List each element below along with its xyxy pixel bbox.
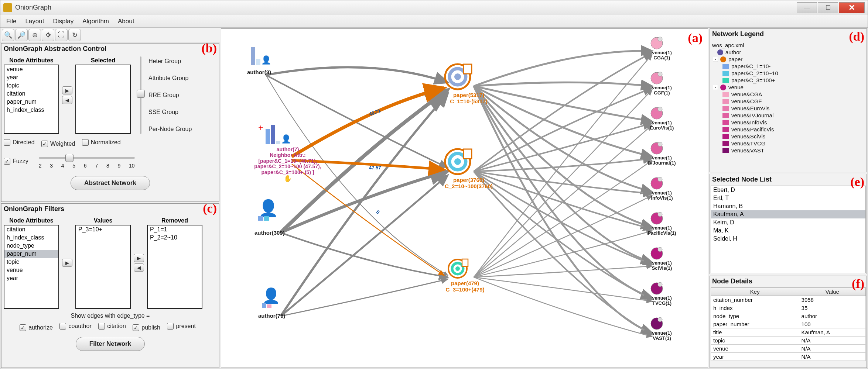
abstraction-selected-list[interactable] — [75, 65, 131, 134]
zoom-fit-icon[interactable]: ⊕ — [28, 29, 41, 41]
filter-attrs-list[interactable]: citationh_index_classnode_typepaper_numt… — [4, 225, 59, 309]
paper-node[interactable] — [447, 258, 469, 281]
paper-node[interactable] — [443, 147, 472, 178]
author-node-selected[interactable]: + 👤 — [266, 125, 291, 144]
venue-node[interactable] — [650, 106, 664, 122]
citation-checkbox[interactable]: citation — [98, 323, 126, 330]
venue-label: venue(1)IVJournal(1) — [645, 155, 679, 166]
author-node[interactable]: 👤 — [251, 47, 271, 65]
zoom-in-icon[interactable]: 🔍 — [2, 29, 14, 41]
venue-node[interactable] — [650, 71, 664, 87]
move-right-button[interactable]: ▶ — [62, 259, 72, 267]
list-item[interactable]: Ma, K — [711, 227, 865, 235]
paper-node[interactable] — [443, 62, 472, 93]
list-item[interactable]: Keim, D — [711, 218, 865, 227]
list-item[interactable]: venue — [4, 266, 58, 274]
fuzzy-checkbox[interactable]: ✓Fuzzy — [4, 158, 28, 165]
list-item[interactable]: P_1=1 — [148, 225, 202, 234]
fuzzy-slider[interactable] — [39, 154, 135, 162]
list-item[interactable]: topic — [4, 82, 58, 90]
tree-item[interactable]: paper&C_2=10~10 — [712, 70, 864, 77]
list-item[interactable]: year — [4, 73, 58, 82]
venue-node[interactable] — [650, 211, 664, 227]
list-item[interactable]: Seidel, H — [711, 235, 865, 243]
zoom-out-icon[interactable]: 🔎 — [15, 29, 28, 41]
author-node[interactable]: 👤 — [262, 287, 280, 308]
menu-about[interactable]: About — [113, 16, 139, 27]
list-item[interactable]: year — [4, 274, 58, 282]
list-item[interactable]: citation — [4, 90, 58, 98]
selected-node-list[interactable]: Ebert, DErtl, THamann, BKaufman, AKeim, … — [711, 186, 866, 273]
filter-network-button[interactable]: Filter Network — [76, 337, 145, 351]
pan-icon[interactable]: ✥ — [42, 29, 54, 41]
tree-item[interactable]: venue&SciVis — [712, 133, 864, 140]
move-left-button[interactable]: ◀ — [134, 263, 144, 272]
filters-title: OnionGraph Filters — [1, 204, 219, 214]
tree-item[interactable]: venue&CGF — [712, 98, 864, 105]
venue-node[interactable] — [650, 246, 664, 262]
list-item[interactable]: node_type — [4, 242, 58, 250]
venue-node[interactable] — [650, 317, 664, 332]
present-checkbox[interactable]: present — [167, 323, 195, 330]
list-item[interactable]: h_index_class — [4, 106, 58, 114]
tree-item[interactable]: venue&InfoVis — [712, 119, 864, 126]
list-item[interactable]: h_index_class — [4, 234, 58, 242]
venue-node[interactable] — [650, 141, 664, 157]
directed-checkbox[interactable]: Directed — [4, 139, 35, 146]
menu-layout[interactable]: Layout — [21, 16, 48, 27]
abstraction-attrs-list[interactable]: venue year topic citation paper_num h_in… — [4, 65, 59, 134]
normalized-checkbox[interactable]: Normalized — [82, 139, 121, 146]
tree-root[interactable]: wos_apc.xml — [712, 42, 864, 49]
list-item[interactable]: Kaufman, A — [711, 210, 865, 218]
weighted-checkbox[interactable]: ✓Weighted — [41, 141, 75, 147]
move-right-button[interactable]: ▶ — [134, 254, 144, 262]
list-item[interactable]: Ebert, D — [711, 186, 865, 194]
publish-checkbox[interactable]: ✓publish — [133, 324, 160, 331]
close-button[interactable]: ✕ — [839, 2, 865, 13]
refresh-icon[interactable]: ↻ — [68, 29, 81, 41]
list-item[interactable]: P_2=2~10 — [148, 234, 202, 242]
venue-node[interactable] — [650, 282, 664, 297]
tree-item[interactable]: venue&PacificVis — [712, 126, 864, 133]
tree-item[interactable]: venue&TVCG — [712, 140, 864, 147]
tree-item[interactable]: paper&C_3=100+ — [712, 77, 864, 84]
list-item[interactable]: P_3=10+ — [76, 225, 130, 234]
minimize-button[interactable]: — — [797, 2, 817, 13]
tree-item[interactable]: venue&EuroVis — [712, 105, 864, 112]
filter-removed-list[interactable]: P_1=1 P_2=2~10 — [147, 225, 202, 309]
tree-item[interactable]: -paper — [712, 56, 864, 63]
list-item[interactable]: Ertl, T — [711, 194, 865, 202]
author-node[interactable]: 👤 — [258, 199, 278, 221]
tree-item[interactable]: paper&C_1=10- — [712, 63, 864, 70]
menu-display[interactable]: Display — [48, 16, 78, 27]
node-details-panel: (f) Node Details KeyValue citation_numbe… — [710, 276, 867, 368]
list-item[interactable]: paper_num — [4, 250, 58, 258]
menu-file[interactable]: File — [2, 16, 21, 27]
coauthor-checkbox[interactable]: coauthor — [59, 323, 91, 330]
list-item[interactable]: Hamann, B — [711, 202, 865, 210]
venue-node[interactable] — [650, 36, 664, 52]
group-slider[interactable] — [137, 56, 145, 134]
expand-icon[interactable]: ⛶ — [55, 29, 68, 41]
tree-item[interactable]: venue&CGA — [712, 91, 864, 98]
menu-algorithm[interactable]: Algorithm — [78, 16, 113, 27]
tree-item[interactable]: author — [712, 49, 864, 56]
legend-tree[interactable]: wos_apc.xml author -paper paper&C_1=10- … — [712, 42, 864, 154]
table-row: paper_number100 — [711, 320, 866, 328]
maximize-button[interactable]: ☐ — [818, 2, 838, 13]
tree-item[interactable]: -venue — [712, 84, 864, 91]
move-right-button[interactable]: ▶ — [62, 86, 72, 94]
list-item[interactable]: paper_num — [4, 98, 58, 106]
list-item[interactable]: citation — [4, 225, 58, 234]
tree-item[interactable]: venue&IVJournal — [712, 112, 864, 119]
authorize-checkbox[interactable]: ✓authorize — [20, 324, 53, 331]
tree-item[interactable]: venue&VAST — [712, 147, 864, 154]
filters-panel: (c) OnionGraph Filters Node Attributes c… — [1, 203, 219, 368]
venue-node[interactable] — [650, 176, 664, 192]
list-item[interactable]: venue — [4, 65, 58, 73]
abstract-network-button[interactable]: Abstract Network — [71, 176, 150, 190]
graph-canvas[interactable]: (a) — [221, 28, 708, 368]
move-left-button[interactable]: ◀ — [62, 96, 72, 104]
filter-values-list[interactable]: P_3=10+ — [75, 225, 131, 309]
list-item[interactable]: topic — [4, 258, 58, 266]
